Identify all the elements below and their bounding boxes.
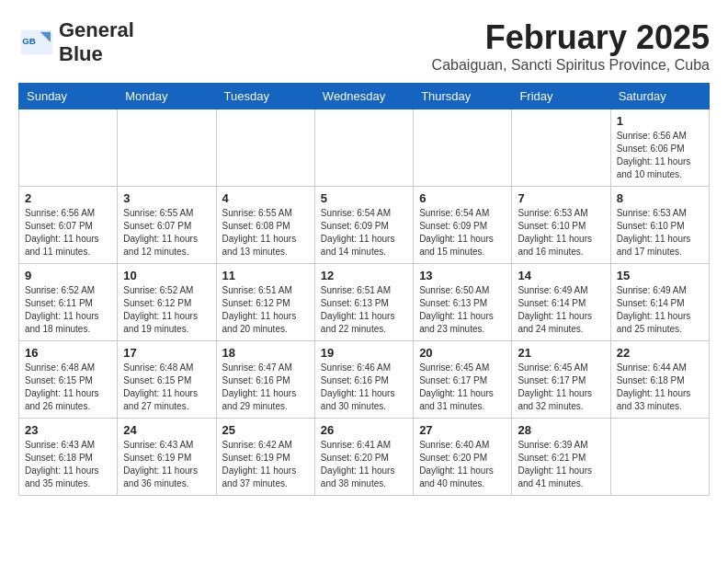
- day-info: Sunrise: 6:51 AM Sunset: 6:12 PM Dayligh…: [222, 284, 309, 336]
- day-info: Sunrise: 6:52 AM Sunset: 6:11 PM Dayligh…: [25, 284, 111, 336]
- day-info: Sunrise: 6:49 AM Sunset: 6:14 PM Dayligh…: [617, 284, 703, 336]
- calendar-cell: 19Sunrise: 6:46 AM Sunset: 6:16 PM Dayli…: [314, 341, 413, 419]
- logo-general: General: [59, 18, 134, 41]
- day-info: Sunrise: 6:53 AM Sunset: 6:10 PM Dayligh…: [518, 207, 604, 259]
- weekday-header-monday: Monday: [118, 84, 216, 109]
- day-number: 15: [617, 269, 703, 282]
- calendar-cell: 8Sunrise: 6:53 AM Sunset: 6:10 PM Daylig…: [610, 187, 709, 264]
- day-number: 1: [617, 114, 703, 128]
- day-number: 21: [518, 346, 604, 360]
- day-number: 7: [518, 191, 604, 205]
- calendar-cell: 12Sunrise: 6:51 AM Sunset: 6:13 PM Dayli…: [314, 264, 413, 341]
- weekday-header-row: SundayMondayTuesdayWednesdayThursdayFrid…: [19, 84, 710, 109]
- day-info: Sunrise: 6:55 AM Sunset: 6:07 PM Dayligh…: [123, 207, 210, 259]
- day-info: Sunrise: 6:39 AM Sunset: 6:21 PM Dayligh…: [518, 439, 604, 490]
- day-info: Sunrise: 6:45 AM Sunset: 6:17 PM Dayligh…: [419, 362, 506, 413]
- month-title: February 2025: [432, 18, 710, 57]
- calendar-cell: 16Sunrise: 6:48 AM Sunset: 6:15 PM Dayli…: [19, 341, 118, 419]
- generalblue-icon: GB: [18, 29, 55, 56]
- day-info: Sunrise: 6:50 AM Sunset: 6:13 PM Dayligh…: [419, 284, 506, 336]
- day-info: Sunrise: 6:48 AM Sunset: 6:15 PM Dayligh…: [25, 362, 111, 413]
- calendar: SundayMondayTuesdayWednesdayThursdayFrid…: [18, 83, 710, 496]
- day-number: 11: [222, 269, 309, 282]
- day-number: 28: [518, 423, 604, 437]
- calendar-cell: 15Sunrise: 6:49 AM Sunset: 6:14 PM Dayli…: [610, 264, 709, 341]
- day-info: Sunrise: 6:46 AM Sunset: 6:16 PM Dayligh…: [321, 362, 407, 413]
- day-number: 2: [25, 191, 111, 205]
- day-info: Sunrise: 6:55 AM Sunset: 6:08 PM Dayligh…: [222, 207, 309, 259]
- weekday-header-thursday: Thursday: [414, 84, 512, 109]
- logo: GB General Blue: [18, 18, 134, 66]
- day-number: 10: [123, 269, 210, 282]
- day-info: Sunrise: 6:51 AM Sunset: 6:13 PM Dayligh…: [321, 284, 407, 336]
- day-info: Sunrise: 6:45 AM Sunset: 6:17 PM Dayligh…: [518, 362, 604, 413]
- calendar-cell: 26Sunrise: 6:41 AM Sunset: 6:20 PM Dayli…: [314, 419, 413, 496]
- calendar-cell: [118, 109, 216, 187]
- day-number: 12: [321, 269, 407, 282]
- weekday-header-tuesday: Tuesday: [216, 84, 314, 109]
- day-number: 5: [321, 191, 407, 205]
- calendar-week-3: 9Sunrise: 6:52 AM Sunset: 6:11 PM Daylig…: [19, 264, 710, 341]
- calendar-cell: 5Sunrise: 6:54 AM Sunset: 6:09 PM Daylig…: [314, 187, 413, 264]
- day-info: Sunrise: 6:49 AM Sunset: 6:14 PM Dayligh…: [518, 284, 604, 336]
- logo-blue: Blue: [59, 42, 103, 65]
- weekday-header-wednesday: Wednesday: [314, 84, 413, 109]
- calendar-cell: 20Sunrise: 6:45 AM Sunset: 6:17 PM Dayli…: [414, 341, 512, 419]
- svg-text:GB: GB: [22, 36, 36, 46]
- location-title: Cabaiguan, Sancti Spiritus Province, Cub…: [432, 57, 710, 74]
- weekday-header-sunday: Sunday: [19, 84, 118, 109]
- day-number: 3: [123, 191, 210, 205]
- day-info: Sunrise: 6:53 AM Sunset: 6:10 PM Dayligh…: [617, 207, 703, 259]
- day-number: 9: [25, 269, 111, 282]
- day-number: 8: [617, 191, 703, 205]
- calendar-cell: 6Sunrise: 6:54 AM Sunset: 6:09 PM Daylig…: [414, 187, 512, 264]
- calendar-cell: 7Sunrise: 6:53 AM Sunset: 6:10 PM Daylig…: [512, 187, 610, 264]
- title-area: February 2025 Cabaiguan, Sancti Spiritus…: [432, 18, 710, 74]
- calendar-week-1: 1Sunrise: 6:56 AM Sunset: 6:06 PM Daylig…: [19, 109, 710, 187]
- day-number: 6: [419, 191, 506, 205]
- day-info: Sunrise: 6:43 AM Sunset: 6:18 PM Dayligh…: [25, 439, 111, 490]
- day-number: 23: [25, 423, 111, 437]
- calendar-cell: [19, 109, 118, 187]
- calendar-cell: [314, 109, 413, 187]
- weekday-header-saturday: Saturday: [610, 84, 709, 109]
- day-number: 4: [222, 191, 309, 205]
- day-number: 27: [419, 423, 506, 437]
- day-number: 25: [222, 423, 309, 437]
- calendar-cell: 11Sunrise: 6:51 AM Sunset: 6:12 PM Dayli…: [216, 264, 314, 341]
- calendar-cell: 10Sunrise: 6:52 AM Sunset: 6:12 PM Dayli…: [118, 264, 216, 341]
- calendar-cell: 9Sunrise: 6:52 AM Sunset: 6:11 PM Daylig…: [19, 264, 118, 341]
- calendar-cell: 21Sunrise: 6:45 AM Sunset: 6:17 PM Dayli…: [512, 341, 610, 419]
- day-info: Sunrise: 6:47 AM Sunset: 6:16 PM Dayligh…: [222, 362, 309, 413]
- day-number: 24: [123, 423, 210, 437]
- header: GB General Blue February 2025 Cabaiguan,…: [18, 18, 710, 74]
- calendar-cell: 2Sunrise: 6:56 AM Sunset: 6:07 PM Daylig…: [19, 187, 118, 264]
- calendar-cell: [512, 109, 610, 187]
- day-number: 16: [25, 346, 111, 360]
- calendar-cell: [216, 109, 314, 187]
- weekday-header-friday: Friday: [512, 84, 610, 109]
- day-info: Sunrise: 6:44 AM Sunset: 6:18 PM Dayligh…: [617, 362, 703, 413]
- day-info: Sunrise: 6:54 AM Sunset: 6:09 PM Dayligh…: [321, 207, 407, 259]
- day-number: 22: [617, 346, 703, 360]
- day-info: Sunrise: 6:41 AM Sunset: 6:20 PM Dayligh…: [321, 439, 407, 490]
- day-info: Sunrise: 6:42 AM Sunset: 6:19 PM Dayligh…: [222, 439, 309, 490]
- day-number: 26: [321, 423, 407, 437]
- calendar-cell: 4Sunrise: 6:55 AM Sunset: 6:08 PM Daylig…: [216, 187, 314, 264]
- day-info: Sunrise: 6:40 AM Sunset: 6:20 PM Dayligh…: [419, 439, 506, 490]
- day-number: 13: [419, 269, 506, 282]
- day-number: 19: [321, 346, 407, 360]
- calendar-cell: [414, 109, 512, 187]
- day-info: Sunrise: 6:48 AM Sunset: 6:15 PM Dayligh…: [123, 362, 210, 413]
- calendar-week-4: 16Sunrise: 6:48 AM Sunset: 6:15 PM Dayli…: [19, 341, 710, 419]
- day-number: 14: [518, 269, 604, 282]
- calendar-cell: 25Sunrise: 6:42 AM Sunset: 6:19 PM Dayli…: [216, 419, 314, 496]
- calendar-cell: 23Sunrise: 6:43 AM Sunset: 6:18 PM Dayli…: [19, 419, 118, 496]
- day-info: Sunrise: 6:56 AM Sunset: 6:07 PM Dayligh…: [25, 207, 111, 259]
- day-info: Sunrise: 6:54 AM Sunset: 6:09 PM Dayligh…: [419, 207, 506, 259]
- calendar-week-5: 23Sunrise: 6:43 AM Sunset: 6:18 PM Dayli…: [19, 419, 710, 496]
- calendar-cell: 28Sunrise: 6:39 AM Sunset: 6:21 PM Dayli…: [512, 419, 610, 496]
- day-info: Sunrise: 6:56 AM Sunset: 6:06 PM Dayligh…: [617, 130, 703, 181]
- calendar-cell: 13Sunrise: 6:50 AM Sunset: 6:13 PM Dayli…: [414, 264, 512, 341]
- calendar-week-2: 2Sunrise: 6:56 AM Sunset: 6:07 PM Daylig…: [19, 187, 710, 264]
